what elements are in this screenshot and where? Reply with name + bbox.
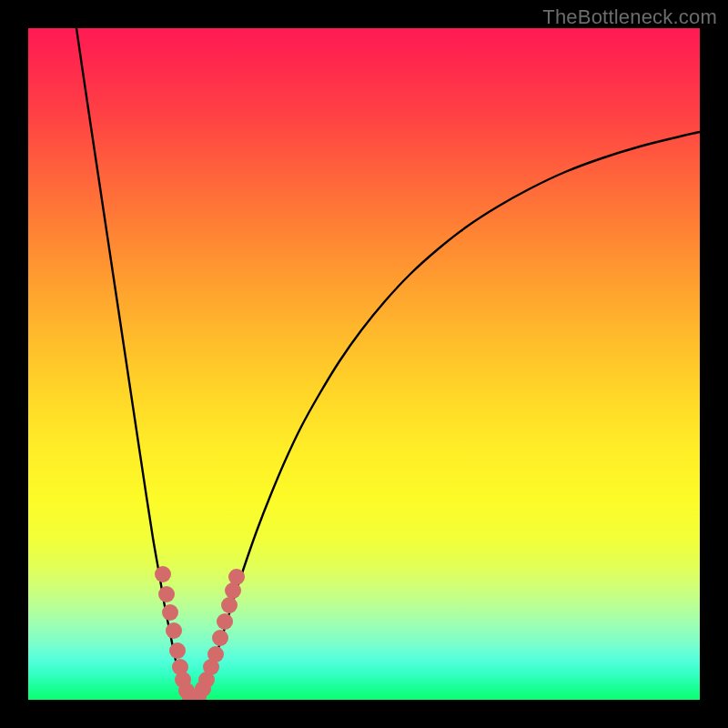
data-point-marker: [158, 586, 175, 602]
plot-area: [28, 28, 700, 700]
curve-layer: [28, 28, 700, 700]
data-point-marker: [169, 642, 186, 659]
data-point-marker: [162, 604, 178, 621]
data-point-markers: [155, 566, 245, 700]
data-point-marker: [155, 566, 171, 582]
data-point-marker: [217, 613, 233, 630]
data-point-marker: [207, 646, 224, 662]
data-point-marker: [166, 622, 182, 639]
data-point-marker: [228, 569, 245, 585]
outer-frame: TheBottleneck.com: [0, 0, 728, 728]
data-point-marker: [221, 597, 238, 613]
data-point-marker: [212, 630, 228, 646]
watermark-text: TheBottleneck.com: [542, 5, 717, 29]
